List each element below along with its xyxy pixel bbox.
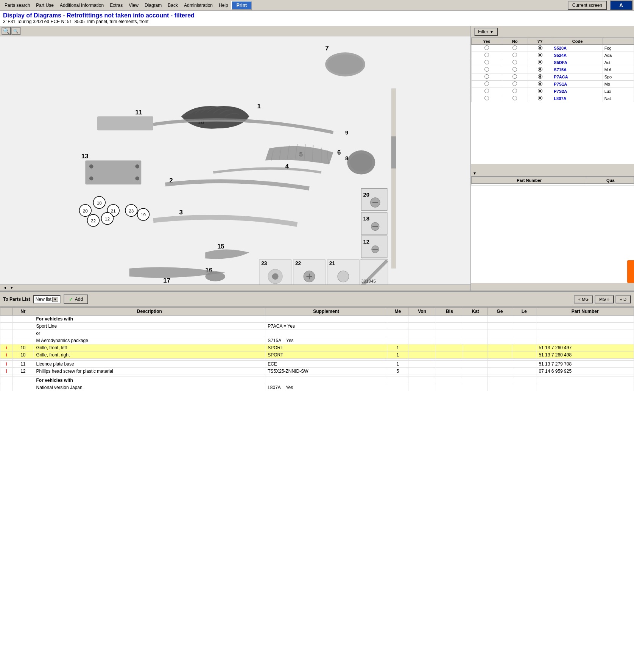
filter-code-cell[interactable]: S524A <box>552 52 603 59</box>
me-cell: 1 <box>387 361 408 368</box>
filter-maybe-radio[interactable] <box>528 45 552 52</box>
table-row: i 11 Licence plate base ECE 1 51 13 7 27… <box>0 361 634 368</box>
desc-cell: Licence plate base <box>34 361 265 368</box>
menu-back[interactable]: Back <box>165 2 181 9</box>
le-cell <box>512 337 536 344</box>
menu-view[interactable]: View <box>126 2 142 9</box>
info-cell[interactable]: i <box>0 361 12 368</box>
data-table: Nr Description Supplement Me Von Bis Kat… <box>0 307 634 391</box>
filter-maybe-radio[interactable] <box>528 52 552 59</box>
main-content: Parts search Part Use Additional Informa… <box>0 0 634 672</box>
kat-cell <box>463 323 488 330</box>
filter-code-cell[interactable]: L807A <box>552 95 603 102</box>
part-number-cell <box>536 384 634 391</box>
info-cell[interactable]: i <box>0 368 12 375</box>
filter-yes-radio[interactable] <box>472 95 502 102</box>
filter-yes-radio[interactable] <box>472 66 502 73</box>
le-cell <box>512 368 536 375</box>
filter-code-cell[interactable]: S5DFA <box>552 59 603 66</box>
svg-point-12 <box>89 177 93 181</box>
filter-desc-cell: Lux <box>603 88 634 95</box>
svg-text:18: 18 <box>97 200 102 205</box>
filter-nav: ▼ <box>471 170 634 176</box>
col-le: Le <box>512 308 536 316</box>
svg-text:19: 19 <box>141 212 146 217</box>
filter-no-radio[interactable] <box>502 88 528 95</box>
menu-diagram[interactable]: Diagram <box>142 2 165 9</box>
info-cell[interactable]: i <box>0 344 12 352</box>
filter-table: Yes No ?? Code <box>471 38 634 102</box>
nav-right-arrow[interactable]: ▼ <box>8 286 15 290</box>
current-screen-button[interactable]: Current screen <box>568 1 607 10</box>
filter-button[interactable]: Filter ▼ <box>474 28 498 36</box>
filter-no-radio[interactable] <box>502 73 528 81</box>
svg-text:12: 12 <box>105 216 110 221</box>
parts-table-row <box>472 184 634 186</box>
filter-table-row: L807A Nat <box>472 95 634 102</box>
app-logo: A <box>610 0 632 10</box>
filter-no-radio[interactable] <box>502 52 528 59</box>
filter-code-cell[interactable]: P7ACA <box>552 73 603 81</box>
filter-col-yes: Yes <box>472 38 502 45</box>
desc-cell: Grille, front, left <box>34 344 265 352</box>
part-number-cell <box>536 323 634 330</box>
me-cell: 1 <box>387 352 408 359</box>
kat-cell <box>463 377 488 384</box>
filter-yes-radio[interactable] <box>472 52 502 59</box>
menu-part-use[interactable]: Part Use <box>33 2 57 9</box>
filter-code-cell[interactable]: P7S1A <box>552 81 603 88</box>
menu-administration[interactable]: Administration <box>181 2 216 9</box>
desc-cell: or <box>34 330 265 337</box>
menu-print[interactable]: Print <box>231 1 252 10</box>
zoom-in-button[interactable]: 🔍 <box>2 27 11 35</box>
new-list-dropdown[interactable]: New list ▼ <box>33 295 61 303</box>
nav-mg-prev-button[interactable]: « MG <box>574 295 593 303</box>
menu-additional-info[interactable]: Additional Information <box>57 2 107 9</box>
filter-yes-radio[interactable] <box>472 88 502 95</box>
menu-extras[interactable]: Extras <box>107 2 126 9</box>
svg-point-13 <box>135 164 139 169</box>
filter-code-cell[interactable]: P7S2A <box>552 88 603 95</box>
filter-maybe-radio[interactable] <box>528 73 552 81</box>
filter-no-radio[interactable] <box>502 66 528 73</box>
kat-cell <box>463 384 488 391</box>
svg-text:8: 8 <box>345 155 348 161</box>
col-me: Me <box>387 308 408 316</box>
nav-d-button[interactable]: « D <box>615 295 631 303</box>
parts-qty-cell <box>587 184 634 186</box>
svg-text:21: 21 <box>329 261 335 266</box>
supplement-cell: TS5X25-ZNNID-SW <box>265 368 387 375</box>
filter-no-radio[interactable] <box>502 81 528 88</box>
filter-yes-radio[interactable] <box>472 45 502 52</box>
filter-maybe-radio[interactable] <box>528 95 552 102</box>
info-cell <box>0 377 12 384</box>
von-cell <box>408 337 436 344</box>
info-cell[interactable]: i <box>0 352 12 359</box>
filter-nav-arrow[interactable]: ▼ <box>471 171 478 175</box>
filter-desc-cell: Act <box>603 59 634 66</box>
menu-help[interactable]: Help <box>216 2 231 9</box>
filter-maybe-radio[interactable] <box>528 81 552 88</box>
filter-no-radio[interactable] <box>502 95 528 102</box>
dropdown-arrow-button[interactable]: ▼ <box>52 297 58 302</box>
info-cell <box>0 337 12 344</box>
nav-left-arrow[interactable]: ◄ <box>2 286 8 290</box>
filter-maybe-radio[interactable] <box>528 59 552 66</box>
nav-mg-next-button[interactable]: MG » <box>595 295 614 303</box>
svg-text:23: 23 <box>129 208 134 213</box>
filter-yes-radio[interactable] <box>472 59 502 66</box>
filter-code-cell[interactable]: S520A <box>552 45 603 52</box>
filter-no-radio[interactable] <box>502 59 528 66</box>
filter-yes-radio[interactable] <box>472 81 502 88</box>
ge-cell <box>488 352 512 359</box>
von-cell <box>408 316 436 323</box>
menu-parts-search[interactable]: Parts search <box>2 2 33 9</box>
filter-code-cell[interactable]: S715A <box>552 66 603 73</box>
filter-maybe-radio[interactable] <box>528 88 552 95</box>
add-button[interactable]: ✓ Add <box>64 294 88 304</box>
filter-no-radio[interactable] <box>502 45 528 52</box>
filter-maybe-radio[interactable] <box>528 66 552 73</box>
filter-yes-radio[interactable] <box>472 73 502 81</box>
zoom-out-button[interactable]: 🔍 <box>11 27 20 35</box>
col-part-number: Part Number <box>536 308 634 316</box>
